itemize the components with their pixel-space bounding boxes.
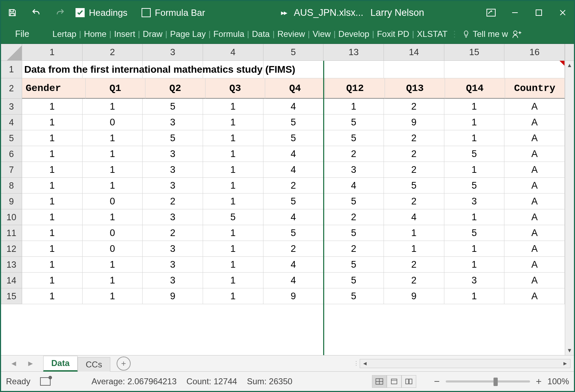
cell[interactable]: 1 [203,146,263,162]
cell[interactable]: 1 [22,225,83,241]
tab-draw[interactable]: Draw [141,29,165,39]
cell[interactable]: 1 [83,209,143,225]
column-header[interactable]: 5 [263,44,324,61]
tab-insert[interactable]: Insert [112,29,137,39]
cell[interactable]: Q1 [86,78,146,99]
zoom-out-button[interactable]: − [433,378,441,385]
cell[interactable]: 1 [22,178,83,194]
cell[interactable]: 0 [83,194,143,209]
cell[interactable]: 1 [203,288,263,304]
cell[interactable]: 1 [444,288,505,304]
select-all-triangle[interactable] [1,44,22,61]
scroll-left-icon[interactable]: ◄ [360,360,370,367]
sheet-nav-next-icon[interactable]: ► [27,359,34,368]
grid-body[interactable]: 1 Data from the first international math… [1,61,574,355]
cell[interactable]: 1 [83,99,143,115]
cell[interactable]: 1 [444,99,505,115]
scroll-right-icon[interactable]: ► [560,360,570,367]
tell-me-input[interactable]: Tell me w [473,29,510,39]
cell[interactable]: A [504,115,565,130]
page-layout-view-icon[interactable] [387,375,401,388]
new-sheet-button[interactable]: + [117,357,131,371]
cell[interactable]: 1 [203,162,263,178]
cell[interactable]: 1 [22,288,83,304]
cell[interactable]: 1 [22,257,83,273]
cell[interactable]: 1 [83,178,143,194]
cell[interactable]: 1 [83,146,143,162]
tab-foxit-pdf[interactable]: Foxit PD [375,29,411,39]
sheet-tab-data[interactable]: Data [43,356,78,372]
cell[interactable]: 5 [384,178,444,194]
cell[interactable]: 9 [143,288,203,304]
cell[interactable]: A [504,194,565,209]
cell[interactable]: 1 [22,194,83,209]
row-header[interactable]: 1 [1,61,22,78]
row-header[interactable]: 15 [1,288,22,304]
row-header[interactable]: 2 [1,78,22,99]
cell[interactable]: 2 [384,257,444,273]
column-header[interactable]: 4 [203,44,263,61]
cell[interactable]: 1 [22,273,83,288]
cell[interactable]: 2 [143,225,203,241]
cell[interactable]: 3 [143,273,203,288]
close-icon[interactable] [558,8,568,18]
cell[interactable]: Q12 [325,78,385,99]
cell[interactable]: A [504,178,565,194]
cell[interactable]: 5 [203,209,263,225]
scroll-up-icon[interactable]: ▲ [565,61,574,70]
column-header[interactable]: 16 [504,44,565,61]
cell[interactable]: 1 [22,162,83,178]
cell[interactable]: 1 [203,99,263,115]
macro-record-icon[interactable] [40,377,51,386]
save-icon[interactable] [7,8,17,18]
cell[interactable]: 3 [143,241,203,257]
cell[interactable]: Q13 [385,78,445,99]
column-header[interactable]: 15 [444,44,505,61]
cell[interactable]: 4 [263,257,324,273]
cell[interactable]: 2 [263,178,324,194]
horizontal-scrollbar[interactable]: ◄ ► [360,359,570,368]
zoom-in-button[interactable]: + [535,378,543,385]
sheet-nav-prev-icon[interactable]: ◄ [10,359,18,368]
cell[interactable]: A [504,273,565,288]
cell[interactable]: Country [505,78,565,99]
cell[interactable]: A [504,241,565,257]
cell[interactable]: 2 [263,241,324,257]
maximize-icon[interactable] [534,8,544,18]
cell[interactable]: 3 [444,273,505,288]
cell[interactable]: 4 [263,209,324,225]
ribbon-display-options-icon[interactable] [486,8,496,18]
row-header[interactable]: 3 [1,99,22,115]
cell[interactable]: Q3 [205,78,266,99]
cell[interactable]: A [504,225,565,241]
cell[interactable]: 1 [203,130,263,146]
cell[interactable]: 4 [263,146,324,162]
cell[interactable]: 1 [444,241,505,257]
tab-developer[interactable]: Develop [336,29,371,39]
cell[interactable]: 1 [22,209,83,225]
cell[interactable]: A [504,130,565,146]
row-header[interactable]: 4 [1,115,22,130]
cell[interactable]: 3 [444,194,505,209]
cell[interactable]: 5 [324,273,384,288]
redo-icon[interactable] [55,8,65,18]
cell[interactable]: A [504,99,565,115]
cell[interactable]: 1 [22,99,83,115]
cell[interactable]: 2 [324,209,384,225]
tab-page-layout[interactable]: Page Lay [168,29,208,39]
cell[interactable]: 3 [143,146,203,162]
cell[interactable]: 5 [444,146,505,162]
cell[interactable]: 1 [22,146,83,162]
cell[interactable]: 1 [83,162,143,178]
cell[interactable]: 1 [22,241,83,257]
cell[interactable]: 0 [83,225,143,241]
cell[interactable]: 1 [444,115,505,130]
cell[interactable]: 4 [324,178,384,194]
cell[interactable]: 5 [263,130,324,146]
cell[interactable]: 5 [444,225,505,241]
cell[interactable]: 5 [324,130,384,146]
cell[interactable]: 5 [444,178,505,194]
cell[interactable]: 3 [143,257,203,273]
row-header[interactable]: 11 [1,225,22,241]
cell[interactable]: 5 [263,115,324,130]
